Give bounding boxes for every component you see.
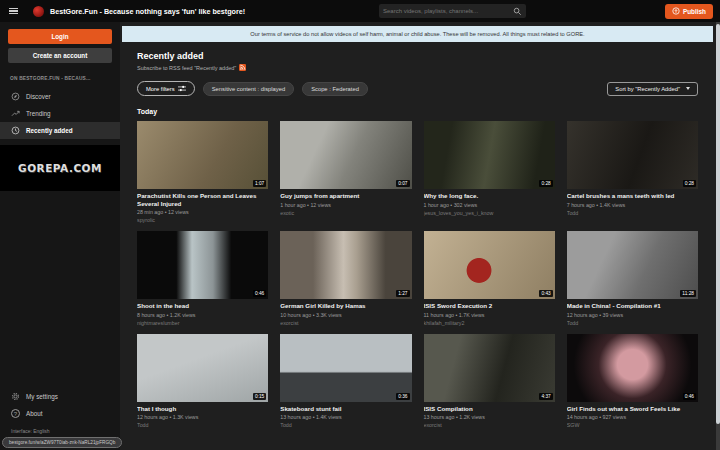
page-title: Recently added: [137, 51, 716, 61]
sidebar-menu: Discover Trending Recently added: [0, 88, 120, 139]
create-account-button[interactable]: Create an account: [8, 48, 112, 63]
duration-badge: 0:28: [539, 180, 552, 187]
video-title[interactable]: Skateboard stunt fail: [280, 405, 411, 413]
video-title[interactable]: Why the long face.: [424, 192, 555, 200]
video-thumbnail[interactable]: 4:37: [424, 334, 555, 402]
video-thumbnail[interactable]: 0:28: [567, 121, 698, 189]
video-meta: 1 hour ago • 302 views: [424, 202, 555, 208]
more-filters-button[interactable]: More filters: [137, 81, 195, 96]
question-icon: ?: [11, 409, 20, 418]
video-thumbnail[interactable]: 0:46: [137, 231, 268, 299]
sidebar-ad-banner[interactable]: GOREPA.COM: [0, 145, 120, 191]
duration-badge: 0:46: [683, 393, 696, 400]
video-thumbnail[interactable]: 1:27: [280, 231, 411, 299]
duration-badge: 0:46: [253, 290, 266, 297]
rss-subtitle-label: Subscribe to RSS feed "Recently added": [137, 65, 236, 71]
compass-icon: [11, 92, 20, 101]
video-channel[interactable]: exorcist: [424, 422, 555, 428]
sidebar-item-label: About: [26, 410, 42, 417]
video-card[interactable]: 0:07 Guy jumps from apartment 1 hour ago…: [280, 121, 411, 223]
sidebar-item-label: Recently added: [26, 127, 73, 134]
site-logo-icon[interactable]: [33, 6, 44, 17]
video-meta: 10 hours ago • 3.3K views: [280, 312, 411, 318]
video-thumbnail[interactable]: 11:28: [567, 231, 698, 299]
video-card[interactable]: 1:07 Parachutist Kills one Person and Le…: [137, 121, 268, 223]
video-card[interactable]: 4:37 ISIS Compilation 13 hours ago • 1.2…: [424, 334, 555, 429]
duration-badge: 0:43: [539, 290, 552, 297]
sidebar-item-trending[interactable]: Trending: [0, 105, 120, 122]
sidebar-item-label: Discover: [26, 93, 51, 100]
video-channel[interactable]: SGW: [567, 422, 698, 428]
video-channel[interactable]: Todd: [280, 422, 411, 428]
video-thumbnail[interactable]: 0:07: [280, 121, 411, 189]
banner-text: GOREPA.COM: [18, 162, 102, 174]
page-scrollbar[interactable]: [716, 22, 720, 450]
video-card[interactable]: 0:28 Why the long face. 1 hour ago • 302…: [424, 121, 555, 223]
publish-button[interactable]: Publish: [665, 4, 713, 19]
video-thumbnail[interactable]: 0:28: [424, 121, 555, 189]
sidebar-item-label: My settings: [26, 393, 58, 400]
sensitive-content-filter[interactable]: Sensitive content : displayed: [203, 82, 294, 96]
video-meta: 11 hours ago • 1.7K views: [424, 312, 555, 318]
sidebar-item-label: Trending: [26, 110, 51, 117]
video-channel[interactable]: jesus_loves_you_yes_i_know: [424, 210, 555, 216]
video-channel[interactable]: nightmareslumber: [137, 320, 268, 326]
video-card[interactable]: 0:43 ISIS Sword Execution 2 11 hours ago…: [424, 231, 555, 326]
video-title[interactable]: That I though: [137, 405, 268, 413]
duration-badge: 0:07: [396, 180, 409, 187]
duration-badge: 0:36: [396, 393, 409, 400]
video-title[interactable]: Parachutist Kills one Person and Leaves …: [137, 192, 268, 207]
sidebar-item-my-settings[interactable]: My settings: [0, 388, 120, 405]
video-card[interactable]: 1:27 German Girl Killed by Hamas 10 hour…: [280, 231, 411, 326]
video-card[interactable]: 0:15 That I though 12 hours ago • 1.3K v…: [137, 334, 268, 429]
interface-language-label[interactable]: Interface: English: [11, 428, 120, 434]
video-thumbnail[interactable]: 1:07: [137, 121, 268, 189]
video-channel[interactable]: Todd: [567, 320, 698, 326]
video-card[interactable]: 0:46 Shoot in the head 8 hours ago • 1.2…: [137, 231, 268, 326]
video-thumbnail[interactable]: 0:46: [567, 334, 698, 402]
video-channel[interactable]: khilafah_military2: [424, 320, 555, 326]
sidebar: Login Create an account ON BESTGORE.FUN …: [0, 22, 120, 450]
duration-badge: 1:07: [253, 180, 266, 187]
sort-by-label: Sort by "Recently Added": [615, 86, 680, 92]
video-title[interactable]: Shoot in the head: [137, 302, 268, 310]
sidebar-section-label: ON BESTGORE.FUN - BECAUS...: [10, 76, 120, 81]
video-title[interactable]: German Girl Killed by Hamas: [280, 302, 411, 310]
video-channel[interactable]: exorcist: [280, 320, 411, 326]
video-thumbnail[interactable]: 0:43: [424, 231, 555, 299]
video-meta: 13 hours ago • 1.4K views: [280, 414, 411, 420]
trending-icon: [11, 109, 20, 118]
scope-filter[interactable]: Scope : Federated: [302, 82, 368, 96]
hamburger-menu-icon[interactable]: [9, 8, 18, 15]
video-card[interactable]: 0:46 Girl Finds out what a Sword Feels L…: [567, 334, 698, 429]
sidebar-item-recently-added[interactable]: Recently added: [0, 122, 120, 139]
video-title[interactable]: ISIS Compilation: [424, 405, 555, 413]
scrollbar-thumb[interactable]: [716, 24, 720, 424]
video-title[interactable]: Girl Finds out what a Sword Feels Like: [567, 405, 698, 413]
sidebar-item-about[interactable]: ? About: [0, 405, 120, 422]
video-thumbnail[interactable]: 0:15: [137, 334, 268, 402]
video-channel[interactable]: spyrolic: [137, 217, 268, 223]
video-thumbnail[interactable]: 0:36: [280, 334, 411, 402]
video-card[interactable]: 0:28 Cartel brushes a mans teeth with le…: [567, 121, 698, 223]
video-card[interactable]: 11:28 Made in China! - Compilation #1 12…: [567, 231, 698, 326]
rss-icon: [239, 64, 246, 71]
sort-by-dropdown[interactable]: Sort by "Recently Added": [607, 82, 698, 96]
video-title[interactable]: Made in China! - Compilation #1: [567, 302, 698, 310]
login-button[interactable]: Login: [8, 29, 112, 44]
search-bar[interactable]: [379, 4, 526, 18]
video-card[interactable]: 0:36 Skateboard stunt fail 13 hours ago …: [280, 334, 411, 429]
video-title[interactable]: Guy jumps from apartment: [280, 192, 411, 200]
sidebar-item-discover[interactable]: Discover: [0, 88, 120, 105]
video-channel[interactable]: Todd: [137, 422, 268, 428]
video-channel[interactable]: exotic: [280, 210, 411, 216]
rss-subscribe-link[interactable]: Subscribe to RSS feed "Recently added": [137, 64, 246, 71]
search-icon[interactable]: [513, 7, 522, 16]
search-input[interactable]: [383, 8, 513, 14]
video-meta: 14 hours ago • 927 views: [567, 414, 698, 420]
video-title[interactable]: ISIS Sword Execution 2: [424, 302, 555, 310]
video-channel[interactable]: Todd: [567, 210, 698, 216]
browser-status-url: bestgore.fun/w/aZW97T0iab-znk-NaRL21jpFR…: [2, 437, 122, 448]
top-header: BestGore.Fun - Because nothing says 'fun…: [0, 0, 720, 22]
video-title[interactable]: Cartel brushes a mans teeth with led: [567, 192, 698, 200]
